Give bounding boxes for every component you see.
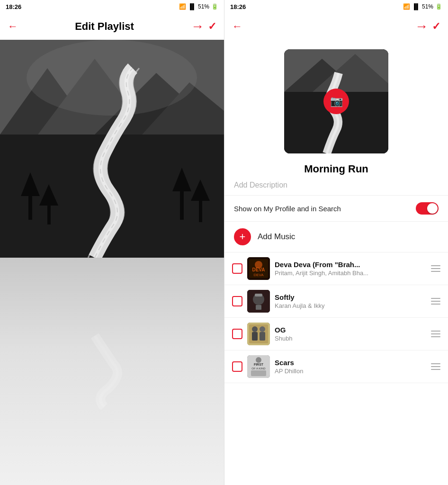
svg-point-37 <box>260 326 265 332</box>
back-button-left[interactable]: ← <box>8 20 18 33</box>
status-bar-left: 18:26 📶 ▐▌ 51% 🔋 <box>0 0 224 13</box>
drag-handle-3[interactable] <box>431 331 440 337</box>
song-item-2: Softly Karan Aujla & Ikky <box>224 285 448 318</box>
battery-right: 51% <box>422 3 433 10</box>
drag-handle-1[interactable] <box>431 265 440 272</box>
song-item-4: FIRST OF A KIND Scars AP Dhillon <box>224 350 448 383</box>
status-icons-left: 📶 ▐▌ 51% 🔋 <box>179 3 218 10</box>
drag-handle-2[interactable] <box>431 298 440 305</box>
song-artist-3: Shubh <box>275 335 426 342</box>
wifi-icon: 📶 <box>179 3 186 10</box>
svg-text:OF A KIND: OF A KIND <box>251 367 266 370</box>
add-music-row[interactable]: + Add Music <box>224 222 448 252</box>
drag-handle-4[interactable] <box>431 363 440 370</box>
arrow-indicator-right: → <box>415 19 428 34</box>
add-music-label: Add Music <box>258 232 295 242</box>
song-thumb-4: FIRST OF A KIND <box>247 355 270 378</box>
wifi-icon-right: 📶 <box>403 3 410 10</box>
svg-rect-43 <box>251 370 266 376</box>
svg-point-26 <box>255 261 262 269</box>
cover-image-left <box>0 40 224 258</box>
song-artist-4: AP Dhillon <box>275 368 426 375</box>
profile-toggle-switch[interactable] <box>416 202 439 215</box>
profile-toggle-row: Show on My Profile and in Search <box>224 196 448 222</box>
song-thumb-3 <box>247 323 270 345</box>
svg-point-44 <box>256 357 261 363</box>
svg-text:DEVA: DEVA <box>253 273 264 277</box>
svg-point-6 <box>27 40 197 116</box>
song-title-3: OG <box>275 326 426 334</box>
battery-left: 51% <box>198 3 209 10</box>
top-bar-right: ← → ✓ <box>224 13 448 40</box>
reflection-area <box>0 258 224 485</box>
camera-icon: 📷 <box>330 95 343 108</box>
time-left: 18:26 <box>6 3 21 10</box>
status-bar-right: 18:26 📶 ▐▌ 51% 🔋 <box>224 0 448 13</box>
time-right: 18:26 <box>230 3 246 10</box>
svg-text:FIRST: FIRST <box>254 363 264 366</box>
svg-rect-13 <box>180 187 184 220</box>
arrow-indicator-left: → <box>191 19 204 34</box>
signal-icon: ▐▌ <box>188 3 196 10</box>
status-icons-right: 📶 ▐▌ 51% 🔋 <box>403 3 442 10</box>
add-music-button[interactable]: + <box>234 228 251 245</box>
description-field[interactable]: Add Description <box>224 178 448 196</box>
song-checkbox-1[interactable] <box>232 263 242 274</box>
top-bar-left: ← Edit Playlist → ✓ <box>0 13 224 40</box>
song-info-3: OG Shubh <box>275 326 426 342</box>
song-info-2: Softly Karan Aujla & Ikky <box>275 293 426 309</box>
left-panel: 18:26 📶 ▐▌ 51% 🔋 ← Edit Playlist → ✓ <box>0 0 224 485</box>
check-button-left[interactable]: ✓ <box>208 20 216 33</box>
check-button-right[interactable]: ✓ <box>432 20 440 33</box>
battery-icon: 🔋 <box>211 3 218 10</box>
song-info-1: Deva Deva (From "Brah... Pritam, Arijit … <box>275 260 426 277</box>
svg-rect-36 <box>252 332 258 341</box>
svg-rect-38 <box>260 332 265 341</box>
road-svg <box>0 40 224 258</box>
song-item-3: OG Shubh <box>224 318 448 350</box>
profile-label: Show on My Profile and in Search <box>234 205 341 213</box>
song-checkbox-3[interactable] <box>232 329 242 339</box>
svg-rect-30 <box>255 294 262 296</box>
plus-icon: + <box>240 232 246 242</box>
right-panel: 18:26 📶 ▐▌ 51% 🔋 ← → ✓ <box>224 0 448 485</box>
toggle-knob <box>427 203 438 214</box>
page-title-left: Edit Playlist <box>75 20 134 33</box>
playlist-cover-wrapper: 📷 <box>224 40 448 158</box>
svg-point-35 <box>252 326 258 332</box>
song-checkbox-4[interactable] <box>232 361 242 372</box>
song-checkbox-2[interactable] <box>232 296 242 306</box>
svg-rect-31 <box>256 305 261 310</box>
song-thumb-2 <box>247 290 270 313</box>
song-title-1: Deva Deva (From "Brah... <box>275 260 426 269</box>
song-info-4: Scars AP Dhillon <box>275 359 426 375</box>
song-artist-1: Pritam, Arijit Singh, Amitabh Bha... <box>275 269 426 277</box>
song-thumb-1: DEVA DEVA <box>247 257 270 280</box>
song-title-2: Softly <box>275 293 426 301</box>
camera-button[interactable]: 📷 <box>323 89 349 114</box>
signal-icon-right: ▐▌ <box>412 3 420 10</box>
song-title-4: Scars <box>275 359 426 367</box>
back-button-right[interactable]: ← <box>232 20 242 33</box>
battery-icon-right: 🔋 <box>435 3 442 10</box>
song-list: DEVA DEVA Deva Deva (From "Brah... Prita… <box>224 252 448 485</box>
playlist-name[interactable]: Morning Run <box>224 158 448 178</box>
reflection-svg <box>0 258 224 485</box>
song-item-1: DEVA DEVA Deva Deva (From "Brah... Prita… <box>224 252 448 285</box>
song-artist-2: Karan Aujla & Ikky <box>275 302 426 309</box>
